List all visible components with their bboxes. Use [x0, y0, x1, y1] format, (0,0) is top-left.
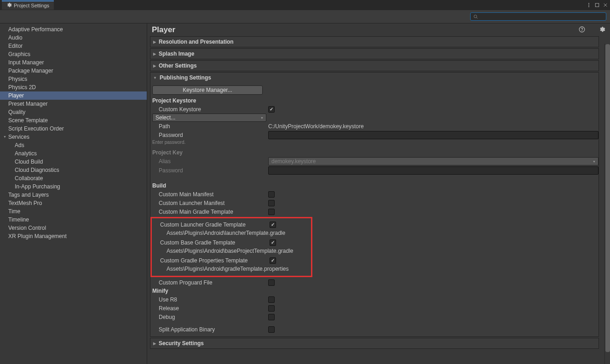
foldout-splash[interactable]: ▶ Splash Image	[150, 49, 598, 59]
sidebar-item-player[interactable]: Player	[0, 91, 147, 100]
custom-launcher-manifest-checkbox[interactable]	[268, 200, 275, 206]
custom-main-manifest-label: Custom Main Manifest	[150, 191, 268, 198]
project-key-label: Project Key	[150, 148, 598, 157]
sidebar-item-physics[interactable]: Physics	[0, 75, 147, 83]
keystore-path-value: C:/UnityProjectWork/demokey.keystore	[268, 123, 364, 130]
custom-main-gradle-checkbox[interactable]	[268, 209, 275, 215]
chevron-right-icon: ▶	[153, 64, 156, 68]
sidebar-item-textmesh-pro[interactable]: TextMesh Pro	[0, 199, 147, 207]
gear-icon	[6, 2, 12, 9]
chevron-right-icon: ▶	[153, 40, 156, 44]
settings-sidebar: Adaptive PerformanceAudioEditorGraphicsI…	[0, 23, 147, 364]
keystore-path-label: Path	[150, 123, 268, 130]
keystore-manager-button[interactable]: Keystore Manager...	[152, 85, 263, 95]
sidebar-item-editor[interactable]: Editor	[0, 42, 147, 50]
svg-rect-3	[595, 3, 599, 7]
sidebar-item-scene-template[interactable]: Scene Template	[0, 116, 147, 125]
maximize-icon[interactable]	[594, 2, 600, 8]
sidebar-item-quality[interactable]: Quality	[0, 108, 147, 116]
sidebar-item-time[interactable]: Time	[0, 207, 147, 216]
scrollbar-thumb[interactable]	[605, 44, 610, 352]
search-input-container[interactable]	[470, 12, 606, 21]
help-icon[interactable]	[579, 26, 585, 34]
close-icon[interactable]	[603, 2, 608, 8]
sidebar-item-package-manager[interactable]: Package Manager	[0, 67, 147, 75]
sidebar-item-graphics[interactable]: Graphics	[0, 50, 147, 58]
foldout-resolution[interactable]: ▶ Resolution and Presentation	[150, 37, 598, 47]
sidebar-item-preset-manager[interactable]: Preset Manager	[0, 100, 147, 108]
keystore-password-label: Password	[150, 132, 268, 138]
build-label: Build	[150, 182, 598, 190]
svg-point-6	[582, 30, 582, 31]
base-gradle-path: Assets\Plugins\Android\baseProjectTempla…	[152, 247, 311, 256]
sidebar-item-cloud-diagnostics[interactable]: Cloud Diagnostics	[0, 166, 147, 174]
debug-label: Debug	[150, 314, 268, 320]
window-title: Project Settings	[14, 3, 49, 8]
password-hint: Enter password.	[150, 140, 598, 145]
svg-point-0	[588, 3, 589, 4]
sidebar-item-in-app-purchasing[interactable]: In-App Purchasing	[0, 182, 147, 191]
context-menu-icon[interactable]	[586, 2, 592, 8]
gear-icon[interactable]	[599, 26, 605, 34]
custom-keystore-checkbox[interactable]	[268, 106, 275, 113]
custom-proguard-label: Custom Proguard File	[150, 279, 268, 286]
svg-point-2	[588, 6, 589, 7]
sidebar-item-xr-plugin-management[interactable]: XR Plugin Management	[0, 232, 147, 240]
chevron-right-icon: ▶	[153, 52, 156, 56]
gradle-props-path: Assets\Plugins\Android\gradleTemplate.pr…	[152, 265, 311, 274]
sidebar-item-version-control[interactable]: Version Control	[0, 224, 147, 232]
release-label: Release	[150, 305, 268, 312]
custom-launcher-gradle-label: Custom Launcher Gradle Template	[152, 222, 270, 228]
sidebar-item-cloud-build[interactable]: Cloud Build	[0, 158, 147, 166]
custom-main-manifest-checkbox[interactable]	[268, 191, 275, 198]
sidebar-item-timeline[interactable]: Timeline	[0, 216, 147, 224]
sidebar-item-analytics[interactable]: Analytics	[0, 149, 147, 158]
sidebar-item-input-manager[interactable]: Input Manager	[0, 58, 147, 67]
sidebar-item-ads[interactable]: Ads	[0, 141, 147, 149]
keystore-password-input[interactable]	[268, 131, 598, 139]
sidebar-item-collaborate[interactable]: Collaborate	[0, 174, 147, 182]
sidebar-item-tags-and-layers[interactable]: Tags and Layers	[0, 191, 147, 199]
custom-gradle-props-checkbox[interactable]	[270, 257, 276, 264]
search-input[interactable]	[480, 14, 603, 19]
custom-keystore-label: Custom Keystore	[150, 106, 268, 113]
custom-gradle-props-label: Custom Gradle Properties Template	[152, 257, 270, 264]
split-app-binary-checkbox[interactable]	[268, 326, 275, 333]
custom-proguard-checkbox[interactable]	[268, 279, 275, 286]
use-r8-label: Use R8	[150, 296, 268, 303]
foldout-security[interactable]: ▶ Security Settings	[150, 338, 598, 348]
foldout-other[interactable]: ▶ Other Settings	[150, 61, 598, 71]
svg-point-1	[588, 5, 589, 6]
search-icon	[473, 14, 478, 19]
custom-base-gradle-label: Custom Base Gradle Template	[152, 239, 270, 246]
svg-point-4	[474, 15, 477, 17]
split-app-binary-label: Split Application Binary	[150, 326, 268, 333]
sidebar-item-script-execution-order[interactable]: Script Execution Order	[0, 125, 147, 133]
sidebar-item-physics-2d[interactable]: Physics 2D	[0, 83, 147, 91]
sidebar-item-services[interactable]: Services	[0, 133, 147, 141]
project-keystore-label: Project Keystore	[150, 97, 598, 105]
custom-launcher-manifest-label: Custom Launcher Manifest	[150, 200, 268, 206]
debug-checkbox[interactable]	[268, 314, 275, 320]
launcher-gradle-path: Assets\Plugins\Android\launcherTemplate.…	[152, 229, 311, 238]
sidebar-item-audio[interactable]: Audio	[0, 34, 147, 42]
custom-main-gradle-label: Custom Main Gradle Template	[150, 209, 268, 215]
keystore-select-dropdown[interactable]: Select...	[152, 114, 266, 122]
settings-preset-icon[interactable]	[589, 26, 595, 34]
highlight-box: Custom Launcher Gradle Template Assets\P…	[150, 217, 312, 277]
key-password-input[interactable]	[268, 166, 598, 175]
foldout-publishing[interactable]: ▼ Publishing Settings	[150, 73, 598, 83]
vertical-scrollbar[interactable]	[604, 44, 610, 364]
key-password-label: Password	[150, 167, 268, 174]
chevron-down-icon: ▼	[153, 76, 157, 80]
alias-dropdown[interactable]: demokey.keystore	[268, 157, 598, 165]
page-title: Player	[152, 25, 175, 34]
chevron-right-icon: ▶	[153, 341, 156, 346]
window-tab[interactable]: Project Settings	[2, 0, 54, 10]
custom-base-gradle-checkbox[interactable]	[270, 239, 276, 246]
custom-launcher-gradle-checkbox[interactable]	[270, 222, 276, 228]
use-r8-checkbox[interactable]	[268, 296, 275, 303]
sidebar-item-adaptive-performance[interactable]: Adaptive Performance	[0, 25, 147, 34]
minify-label: Minify	[150, 287, 598, 295]
release-checkbox[interactable]	[268, 305, 275, 312]
